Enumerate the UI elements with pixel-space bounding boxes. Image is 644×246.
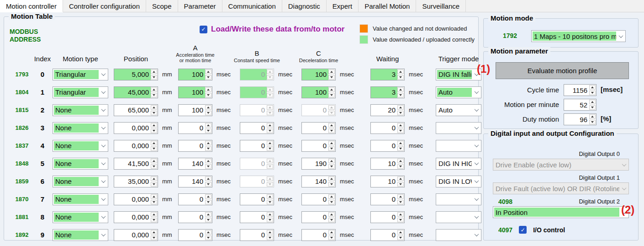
spinner-up-icon[interactable] [328, 230, 335, 235]
spinner-up-icon[interactable] [589, 100, 596, 104]
spinner-down-icon[interactable] [397, 111, 404, 115]
spinner-up-icon[interactable] [397, 87, 404, 92]
tab-parallel-motion[interactable]: Parallel Motion [359, 0, 416, 12]
spinner-up-icon[interactable] [397, 141, 404, 145]
spinner-buttons[interactable] [328, 230, 335, 241]
spinner-buttons[interactable] [151, 87, 158, 98]
spinner-buttons[interactable] [328, 69, 335, 80]
spinner-down-icon[interactable] [397, 182, 404, 187]
spinner-buttons[interactable] [151, 212, 158, 223]
position-spinner[interactable]: 0,000 [114, 193, 158, 205]
spinner-down-icon[interactable] [267, 128, 273, 133]
spinner-down-icon[interactable] [328, 128, 335, 133]
spinner-buttons[interactable] [589, 99, 596, 110]
spinner-up-icon[interactable] [151, 212, 157, 217]
position-spinner[interactable]: 5,000 [114, 69, 158, 80]
trigger-mode-select[interactable]: Auto [436, 104, 481, 116]
spinner-up-icon[interactable] [328, 212, 335, 217]
spinner-buttons[interactable] [267, 123, 274, 134]
spinner-up-icon[interactable] [267, 212, 273, 217]
trigger-mode-select[interactable] [436, 122, 481, 134]
spinner-down-icon[interactable] [267, 146, 273, 151]
constant-speed-time-spinner[interactable]: 0 [240, 140, 274, 152]
acceleration-time-spinner[interactable]: 0 [178, 193, 212, 205]
tab-parameter[interactable]: Parameter [178, 0, 222, 12]
spinner-up-icon[interactable] [267, 230, 273, 235]
deceleration-time-spinner[interactable]: 0 [301, 229, 336, 241]
deceleration-time-spinner[interactable]: 0 [301, 211, 336, 223]
spinner-down-icon[interactable] [205, 164, 211, 169]
spinner-up-icon[interactable] [328, 123, 335, 128]
spinner-down-icon[interactable] [151, 182, 157, 187]
spinner-buttons[interactable] [397, 176, 404, 187]
waiting-time-spinner[interactable]: 0 [370, 211, 405, 223]
waiting-time-spinner[interactable]: 3 [370, 86, 405, 98]
spinner-up-icon[interactable] [397, 123, 404, 128]
position-spinner[interactable]: 0,000 [114, 140, 158, 152]
spinner-down-icon[interactable] [397, 93, 404, 97]
spinner-buttons[interactable] [397, 87, 404, 98]
position-spinner[interactable]: 65,000 [114, 104, 158, 116]
spinner-buttons[interactable] [205, 105, 212, 116]
spinner-up-icon[interactable] [589, 114, 596, 119]
duty-motion-spinner[interactable]: 96 [564, 113, 596, 125]
spinner-up-icon[interactable] [328, 70, 335, 74]
spinner-up-icon[interactable] [151, 194, 157, 199]
spinner-up-icon[interactable] [205, 70, 211, 74]
deceleration-time-spinner[interactable]: 0 [301, 140, 336, 152]
spinner-down-icon[interactable] [589, 120, 596, 124]
spinner-buttons[interactable] [328, 158, 335, 169]
trigger-mode-select[interactable]: DIG IN falling [436, 69, 481, 80]
spinner-up-icon[interactable] [205, 230, 211, 235]
spinner-down-icon[interactable] [151, 235, 157, 240]
tab-diagnostic[interactable]: Diagnostic [282, 0, 327, 12]
spinner-buttons[interactable] [151, 69, 158, 80]
io-control-checkbox[interactable]: ✓ [519, 226, 527, 234]
deceleration-time-spinner[interactable]: 140 [301, 176, 336, 187]
trigger-mode-select[interactable] [436, 193, 481, 205]
spinner-buttons[interactable] [328, 87, 335, 98]
spinner-down-icon[interactable] [151, 93, 157, 97]
spinner-down-icon[interactable] [151, 200, 157, 204]
motion-type-select[interactable]: Triangular [53, 69, 108, 80]
acceleration-time-spinner[interactable]: 140 [178, 158, 212, 170]
spinner-buttons[interactable] [397, 69, 404, 80]
motion-type-select[interactable]: None [53, 122, 108, 134]
spinner-down-icon[interactable] [397, 218, 404, 222]
acceleration-time-spinner[interactable]: 0 [178, 211, 212, 223]
spinner-up-icon[interactable] [328, 141, 335, 145]
spinner-up-icon[interactable] [328, 159, 335, 163]
deceleration-time-spinner[interactable]: 0 [301, 122, 336, 134]
spinner-buttons[interactable] [151, 123, 158, 134]
spinner-up-icon[interactable] [397, 105, 404, 110]
trigger-mode-select[interactable] [436, 229, 481, 241]
constant-speed-time-spinner[interactable]: 0 [240, 193, 274, 205]
spinner-up-icon[interactable] [397, 159, 404, 163]
spinner-up-icon[interactable] [151, 141, 157, 145]
waiting-time-spinner[interactable]: 0 [370, 229, 405, 241]
spinner-up-icon[interactable] [397, 194, 404, 199]
spinner-up-icon[interactable] [397, 212, 404, 217]
waiting-time-spinner[interactable]: 0 [370, 122, 405, 134]
motion-type-select[interactable]: None [53, 158, 108, 170]
spinner-up-icon[interactable] [151, 87, 157, 92]
spinner-down-icon[interactable] [151, 146, 157, 151]
spinner-down-icon[interactable] [205, 146, 211, 151]
tab-scope[interactable]: Scope [146, 0, 178, 12]
motion-type-select[interactable]: None [53, 211, 108, 223]
spinner-up-icon[interactable] [151, 159, 157, 163]
motion-type-select[interactable]: None [53, 176, 108, 187]
spinner-buttons[interactable] [589, 114, 596, 125]
spinner-down-icon[interactable] [328, 235, 335, 240]
spinner-down-icon[interactable] [267, 235, 273, 240]
motion-per-minute-spinner[interactable]: 52 [564, 99, 596, 111]
spinner-up-icon[interactable] [151, 70, 157, 74]
spinner-down-icon[interactable] [397, 235, 404, 240]
spinner-buttons[interactable] [205, 158, 212, 169]
waiting-time-spinner[interactable]: 3 [370, 69, 405, 80]
spinner-down-icon[interactable] [205, 235, 211, 240]
acceleration-time-spinner[interactable]: 100 [178, 69, 212, 80]
spinner-down-icon[interactable] [205, 128, 211, 133]
spinner-up-icon[interactable] [267, 141, 273, 145]
spinner-buttons[interactable] [205, 69, 212, 80]
